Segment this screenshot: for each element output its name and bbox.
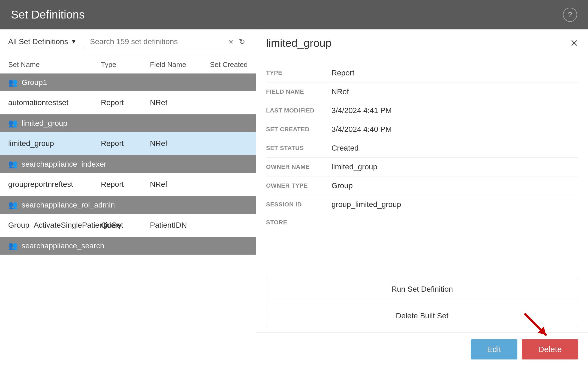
- group-row[interactable]: 👥 searchappliance_search: [0, 237, 256, 255]
- group-row-label: searchappliance_search: [22, 242, 104, 250]
- field-value: 3/4/2024 4:41 PM: [331, 106, 578, 115]
- cell-set-created: [210, 98, 248, 107]
- field-value: limited_group: [331, 163, 578, 171]
- filter-dropdown[interactable]: All Set Definitions ▼: [8, 37, 85, 48]
- field-value: 3/4/2024 4:40 PM: [331, 125, 578, 134]
- field-label: FIELD NAME: [266, 88, 331, 95]
- col-field-name: Field Name: [150, 60, 210, 69]
- cell-type: Report: [101, 180, 150, 189]
- group-icon: 👥: [8, 78, 18, 87]
- group-row-label: Group1: [22, 78, 47, 87]
- field-value: group_limited_group: [331, 200, 578, 209]
- cell-field-name: NRef: [150, 98, 210, 107]
- detail-field-row: SESSION ID group_limited_group: [266, 195, 578, 214]
- header: Set Definitions ?: [0, 0, 588, 29]
- detail-field-row: OWNER TYPE Group: [266, 176, 578, 195]
- group-row[interactable]: 👥 limited_group: [0, 114, 256, 132]
- group-row[interactable]: 👥 searchappliance_indexer: [0, 155, 256, 173]
- detail-title: limited_group: [266, 37, 331, 49]
- toolbar: All Set Definitions ▼ × ↻: [0, 29, 256, 56]
- group-row-label: searchappliance_roi_admin: [22, 201, 115, 209]
- search-container: × ↻: [90, 37, 248, 48]
- table-row[interactable]: limited_group Report NRef: [0, 132, 256, 155]
- field-value: NRef: [331, 87, 578, 96]
- detail-field-row: SET CREATED 3/4/2024 4:40 PM: [266, 120, 578, 139]
- page-title: Set Definitions: [11, 8, 85, 21]
- cell-set-name: limited_group: [8, 139, 101, 148]
- search-input[interactable]: [90, 37, 226, 46]
- detail-field-row: FIELD NAME NRef: [266, 83, 578, 101]
- cell-set-name: Group_ActivateSinglePatientidSet: [8, 221, 101, 230]
- table-row[interactable]: groupreportnreftest Report NRef: [0, 173, 256, 196]
- action-buttons: Run Set Definition Delete Built Set: [256, 273, 588, 333]
- detail-field-row: LAST MODIFIED 3/4/2024 4:41 PM: [266, 101, 578, 120]
- col-type: Type: [101, 60, 150, 69]
- detail-fields: TYPE Report FIELD NAME NRef LAST MODIFIE…: [256, 57, 588, 273]
- cell-field-name: NRef: [150, 139, 210, 148]
- detail-field-row: TYPE Report: [266, 64, 578, 83]
- chevron-down-icon: ▼: [71, 38, 77, 45]
- cell-set-created: [210, 180, 248, 189]
- field-label: OWNER NAME: [266, 163, 331, 170]
- cell-type: Report: [101, 98, 150, 107]
- detail-header: limited_group ✕: [256, 29, 588, 57]
- right-panel: limited_group ✕ TYPE Report FIELD NAME N…: [256, 29, 588, 366]
- group-icon: 👥: [8, 119, 18, 128]
- table-header: Set Name Type Field Name Set Created: [0, 56, 256, 74]
- table-row[interactable]: automationtestset Report NRef: [0, 91, 256, 114]
- group-icon: 👥: [8, 200, 18, 209]
- edit-button[interactable]: Edit: [471, 339, 518, 359]
- cell-set-name: groupreportnreftest: [8, 180, 101, 189]
- clear-search-button[interactable]: ×: [226, 37, 236, 46]
- cell-set-created: [210, 139, 248, 148]
- cell-type: Query: [101, 221, 150, 230]
- field-label: OWNER TYPE: [266, 182, 331, 189]
- table-body: 👥 Group1 automationtestset Report NRef 👥…: [0, 74, 256, 366]
- field-label: STORE: [266, 219, 331, 226]
- refresh-button[interactable]: ↻: [236, 37, 248, 46]
- detail-field-row: SET STATUS Created: [266, 139, 578, 158]
- field-label: SET CREATED: [266, 126, 331, 133]
- field-label: TYPE: [266, 69, 331, 77]
- detail-field-row: STORE: [266, 214, 578, 231]
- group-row-label: searchappliance_indexer: [22, 160, 106, 169]
- group-row[interactable]: 👥 searchappliance_roi_admin: [0, 196, 256, 214]
- cell-field-name: PatientIDN: [150, 221, 210, 230]
- col-set-name: Set Name: [8, 60, 101, 69]
- help-icon: ?: [568, 10, 572, 19]
- field-value: Created: [331, 144, 578, 152]
- table-row[interactable]: Group_ActivateSinglePatientidSet Query P…: [0, 214, 256, 237]
- bottom-bar: Edit Delete: [256, 333, 588, 366]
- left-panel: All Set Definitions ▼ × ↻ Set Name Type …: [0, 29, 256, 366]
- col-set-created: Set Created: [210, 60, 248, 69]
- field-label: SET STATUS: [266, 145, 331, 152]
- run-set-definition-button[interactable]: Run Set Definition: [266, 278, 578, 300]
- group-icon: 👥: [8, 160, 18, 169]
- close-button[interactable]: ✕: [570, 38, 578, 49]
- main-content: All Set Definitions ▼ × ↻ Set Name Type …: [0, 29, 588, 366]
- detail-field-row: OWNER NAME limited_group: [266, 158, 578, 176]
- field-value: Report: [331, 69, 578, 77]
- delete-button[interactable]: Delete: [522, 339, 578, 359]
- help-button[interactable]: ?: [563, 8, 577, 22]
- group-row[interactable]: 👥 Group1: [0, 74, 256, 91]
- app-container: Set Definitions ? All Set Definitions ▼ …: [0, 0, 588, 366]
- cell-set-name: automationtestset: [8, 98, 101, 107]
- cell-type: Report: [101, 139, 150, 148]
- delete-built-set-button[interactable]: Delete Built Set: [266, 305, 578, 327]
- group-row-label: limited_group: [22, 119, 67, 128]
- cell-field-name: NRef: [150, 180, 210, 189]
- field-label: LAST MODIFIED: [266, 107, 331, 114]
- cell-set-created: [210, 221, 248, 230]
- filter-label: All Set Definitions: [8, 37, 68, 46]
- field-label: SESSION ID: [266, 201, 331, 208]
- field-value: Group: [331, 181, 578, 190]
- group-icon: 👥: [8, 241, 18, 250]
